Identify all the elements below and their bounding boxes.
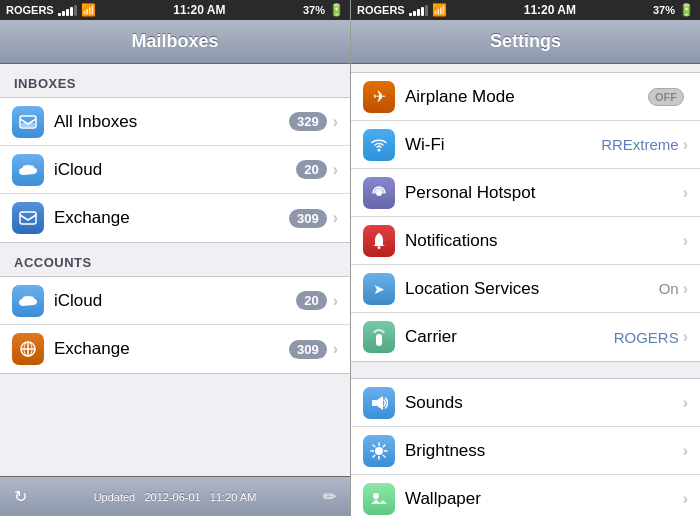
all-inboxes-icon [12,106,44,138]
svg-point-13 [375,447,383,455]
right-signal-bar-5 [425,5,428,16]
all-inboxes-item[interactable]: All Inboxes 329 › [0,98,350,146]
inboxes-section-label: Inboxes [0,64,350,97]
compose-icon[interactable]: ✏ [323,487,336,506]
signal-bar-5 [74,5,77,16]
right-signal-bar-4 [421,7,424,16]
wallpaper-item[interactable]: Wallpaper › [351,475,700,516]
left-status-time: 11:20 AM [173,3,225,17]
wifi-value: RRExtreme [601,136,679,153]
all-inboxes-label: All Inboxes [54,112,289,132]
wifi-icon [363,129,395,161]
settings-section-spacer [351,362,700,370]
icloud-account-item[interactable]: iCloud 20 › [0,277,350,325]
signal-bar-1 [58,13,61,16]
wallpaper-chevron: › [683,490,688,508]
svg-rect-1 [21,123,35,127]
airplane-mode-item[interactable]: ✈ Airplane Mode OFF [351,73,700,121]
location-chevron: › [683,280,688,298]
brightness-icon [363,435,395,467]
notifications-item[interactable]: Notifications › [351,217,700,265]
wifi-label: Wi-Fi [405,135,601,155]
sounds-item[interactable]: Sounds › [351,379,700,427]
inboxes-list: All Inboxes 329 › iCloud 20 › [0,97,350,243]
notifications-chevron: › [683,232,688,250]
carrier-icon [363,321,395,353]
brightness-label: Brightness [405,441,683,461]
left-battery-percent: 37% [303,4,325,16]
settings-group-1: ✈ Airplane Mode OFF Wi-Fi RRExtreme › [351,72,700,362]
hotspot-item[interactable]: Personal Hotspot › [351,169,700,217]
location-icon: ➤ [363,273,395,305]
left-wifi-icon: 📶 [81,3,96,17]
refresh-icon[interactable]: ↻ [14,487,27,506]
svg-rect-11 [372,400,377,406]
right-status-right: 37% 🔋 [653,3,694,17]
carrier-item[interactable]: Carrier ROGERS › [351,313,700,361]
notifications-label: Notifications [405,231,683,251]
airplane-mode-toggle[interactable]: OFF [648,88,684,106]
accounts-list: iCloud 20 › Exchange 309 › [0,276,350,374]
exchange-inbox-item[interactable]: Exchange 309 › [0,194,350,242]
exchange-inbox-badge: 309 [289,209,327,228]
right-signal-bar-2 [413,11,416,16]
svg-rect-9 [378,246,381,249]
airplane-mode-label: Airplane Mode [405,87,648,107]
icloud-inbox-item[interactable]: iCloud 20 › [0,146,350,194]
exchange-account-item[interactable]: Exchange 309 › [0,325,350,373]
svg-rect-2 [20,212,36,224]
right-status-left: ROGERS 📶 [357,3,447,17]
all-inboxes-badge: 329 [289,112,327,131]
icloud-inbox-label: iCloud [54,160,296,180]
signal-bar-2 [62,11,65,16]
mailboxes-header: Mailboxes [0,20,350,64]
sounds-chevron: › [683,394,688,412]
notifications-icon [363,225,395,257]
right-signal-bar-1 [409,13,412,16]
footer-date: 2012-06-01 [144,491,200,503]
svg-line-20 [383,445,385,447]
wifi-item[interactable]: Wi-Fi RRExtreme › [351,121,700,169]
airplane-mode-icon: ✈ [363,81,395,113]
signal-bar-3 [66,9,69,16]
icloud-inbox-badge: 20 [296,160,326,179]
right-signal-bar-3 [417,9,420,16]
settings-content: ✈ Airplane Mode OFF Wi-Fi RRExtreme › [351,64,700,516]
wallpaper-label: Wallpaper [405,489,683,509]
icloud-account-badge: 20 [296,291,326,310]
exchange-account-icon [12,333,44,365]
location-value: On [659,280,679,297]
svg-marker-12 [377,396,383,410]
sounds-label: Sounds [405,393,683,413]
footer-time: 11:20 AM [210,491,256,503]
mailboxes-title: Mailboxes [131,31,218,52]
brightness-item[interactable]: Brightness › [351,427,700,475]
svg-rect-10 [376,334,382,346]
right-battery-percent: 37% [653,4,675,16]
icloud-inbox-chevron: › [333,161,338,179]
exchange-account-label: Exchange [54,339,289,359]
icloud-inbox-icon [12,154,44,186]
location-item[interactable]: ➤ Location Services On › [351,265,700,313]
settings-title: Settings [490,31,561,52]
all-inboxes-chevron: › [333,113,338,131]
right-status-time: 11:20 AM [524,3,576,17]
hotspot-icon [363,177,395,209]
wallpaper-icon [363,483,395,515]
accounts-section-label: Accounts [0,243,350,276]
mailboxes-panel: ROGERS 📶 11:20 AM 37% 🔋 Mailboxes Inboxe… [0,0,350,516]
settings-header: Settings [351,20,700,64]
right-battery-icon: 🔋 [679,3,694,17]
airplane-icon-char: ✈ [373,87,386,106]
svg-point-7 [378,148,381,151]
carrier-value: ROGERS [614,329,679,346]
icloud-account-icon [12,285,44,317]
left-status-bar: ROGERS 📶 11:20 AM 37% 🔋 [0,0,350,20]
brightness-chevron: › [683,442,688,460]
location-icon-char: ➤ [373,281,385,297]
sounds-icon [363,387,395,419]
exchange-inbox-chevron: › [333,209,338,227]
exchange-inbox-label: Exchange [54,208,289,228]
left-signal-bars [58,5,77,16]
mailboxes-content: Inboxes All Inboxes 329 › [0,64,350,476]
